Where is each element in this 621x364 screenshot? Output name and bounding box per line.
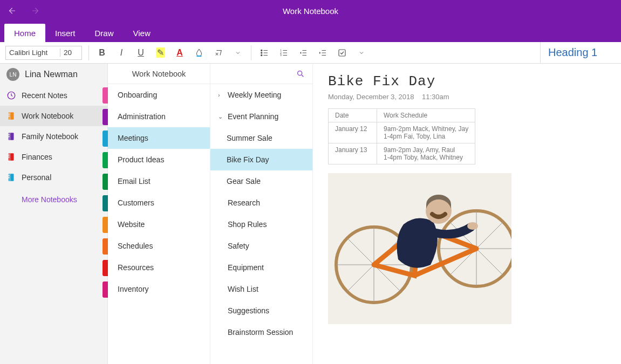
bullet-list-button[interactable] xyxy=(255,43,274,63)
book-icon xyxy=(6,152,16,162)
svg-rect-21 xyxy=(10,174,11,181)
ink-color-button[interactable] xyxy=(189,43,209,63)
page-item[interactable]: Shop Rules xyxy=(210,214,312,235)
number-list-button[interactable]: 123 xyxy=(274,43,294,63)
page-item[interactable]: Wish List xyxy=(210,278,312,300)
page-date: Monday, December 3, 2018 xyxy=(328,93,414,101)
page-item[interactable]: Equipment xyxy=(210,257,312,278)
section-item[interactable]: Product Ideas xyxy=(108,149,210,170)
page-item[interactable]: Summer Sale xyxy=(210,127,312,149)
page-item[interactable]: Suggestions xyxy=(210,300,312,321)
page-item[interactable]: Research xyxy=(210,192,312,214)
svg-rect-19 xyxy=(9,156,10,157)
section-item[interactable]: Email List xyxy=(108,170,210,192)
indent-button[interactable] xyxy=(313,43,332,63)
tab-view[interactable]: View xyxy=(124,24,160,42)
page-item[interactable]: Bike Fix Day xyxy=(210,149,312,170)
font-size-input[interactable] xyxy=(60,49,81,57)
svg-rect-15 xyxy=(9,136,10,137)
font-name-input[interactable] xyxy=(6,49,60,57)
section-item[interactable]: Administration xyxy=(108,106,210,127)
more-paragraph-button[interactable] xyxy=(352,43,371,63)
section-label: Resources xyxy=(118,263,154,272)
section-tab-handle xyxy=(103,260,108,276)
page-item[interactable]: ›Weekly Meeting xyxy=(210,84,312,106)
outdent-button[interactable] xyxy=(294,43,313,63)
svg-rect-13 xyxy=(10,133,11,140)
th-schedule: Work Schedule xyxy=(377,109,475,122)
section-item[interactable]: Inventory xyxy=(108,278,210,300)
section-item[interactable]: Schedules xyxy=(108,235,210,257)
svg-rect-9 xyxy=(10,112,11,120)
schedule-table[interactable]: Date Work Schedule January 12 9am-2pm Ma… xyxy=(328,108,475,164)
svg-rect-23 xyxy=(9,177,10,178)
page-label: Brainstorm Session xyxy=(228,328,293,336)
more-notebooks-link[interactable]: More Notebooks xyxy=(0,188,107,204)
page-canvas[interactable]: Bike Fix Day Monday, December 3, 2018 11… xyxy=(313,64,621,364)
clear-format-button[interactable] xyxy=(209,43,228,63)
table-row[interactable]: January 13 9am-2pm Jay, Amy, Raul 1-4pm … xyxy=(329,143,475,164)
svg-text:3: 3 xyxy=(280,54,282,57)
tab-insert[interactable]: Insert xyxy=(45,24,85,42)
section-item[interactable]: Customers xyxy=(108,192,210,214)
section-label: Email List xyxy=(118,177,151,186)
svg-rect-11 xyxy=(9,115,10,116)
svg-point-2 xyxy=(261,54,262,56)
section-label: Website xyxy=(118,220,145,229)
page-label: Weekly Meeting xyxy=(228,91,281,99)
svg-rect-14 xyxy=(9,134,10,135)
page-item[interactable]: ⌄Event Planning xyxy=(210,106,312,127)
chevron-right-icon: › xyxy=(218,92,224,98)
notebook-item[interactable]: Family Notebook xyxy=(0,126,107,147)
highlight-button[interactable]: ✎ xyxy=(151,43,170,63)
section-item[interactable]: Onboarding xyxy=(108,84,210,106)
notebook-item[interactable]: Work Notebook xyxy=(0,106,107,126)
section-label: Administration xyxy=(118,112,166,121)
back-button[interactable] xyxy=(0,0,24,22)
account-row[interactable]: LN Lina Newman xyxy=(0,64,107,85)
page-label: Shop Rules xyxy=(228,220,267,229)
embedded-image[interactable] xyxy=(328,173,511,324)
section-label: Customers xyxy=(118,198,154,207)
app-window: Work Notebook Home Insert Draw View B I … xyxy=(0,0,621,364)
styles-dropdown[interactable]: Heading 1 xyxy=(540,42,621,64)
notebook-item[interactable]: Finances xyxy=(0,147,107,167)
section-tab-handle xyxy=(103,174,108,190)
section-tab-handle xyxy=(103,152,108,168)
page-item[interactable]: Brainstorm Session xyxy=(210,321,312,343)
table-row[interactable]: January 12 9am-2pm Mack, Whitney, Jay 1-… xyxy=(329,122,475,143)
font-group xyxy=(5,46,82,60)
italic-button[interactable]: I xyxy=(112,43,131,63)
tab-home[interactable]: Home xyxy=(4,24,45,42)
search-button[interactable] xyxy=(210,64,312,84)
title-bar: Work Notebook xyxy=(0,0,621,22)
sections-panel: Work Notebook OnboardingAdministrationMe… xyxy=(108,64,210,364)
bold-button[interactable]: B xyxy=(92,43,112,63)
notebook-item[interactable]: Recent Notes xyxy=(0,85,107,106)
svg-point-24 xyxy=(298,71,302,75)
section-item[interactable]: Meetings xyxy=(108,127,210,149)
ribbon: B I U ✎ A 123 Heading 1 xyxy=(0,42,621,64)
avatar: LN xyxy=(6,68,19,81)
page-title[interactable]: Bike Fix Day xyxy=(328,73,606,90)
section-item[interactable]: Website xyxy=(108,214,210,235)
underline-button[interactable]: U xyxy=(131,43,151,63)
page-item[interactable]: Safety xyxy=(210,235,312,257)
book-icon xyxy=(6,111,16,121)
sections-header[interactable]: Work Notebook xyxy=(108,64,210,84)
notebook-item[interactable]: Personal xyxy=(0,167,107,188)
forward-button[interactable] xyxy=(24,0,47,22)
notebook-label: Recent Notes xyxy=(22,91,67,100)
svg-rect-17 xyxy=(10,153,11,161)
font-color-button[interactable]: A xyxy=(170,43,189,63)
page-time: 11:30am xyxy=(422,93,449,101)
page-label: Summer Sale xyxy=(227,134,272,142)
section-item[interactable]: Resources xyxy=(108,257,210,278)
svg-point-37 xyxy=(467,222,478,230)
svg-rect-10 xyxy=(9,114,10,115)
page-item[interactable]: Gear Sale xyxy=(210,170,312,192)
todo-tag-button[interactable] xyxy=(332,43,352,63)
more-fonts-button[interactable] xyxy=(228,43,248,63)
tab-draw[interactable]: Draw xyxy=(85,24,124,42)
page-label: Gear Sale xyxy=(227,177,261,186)
